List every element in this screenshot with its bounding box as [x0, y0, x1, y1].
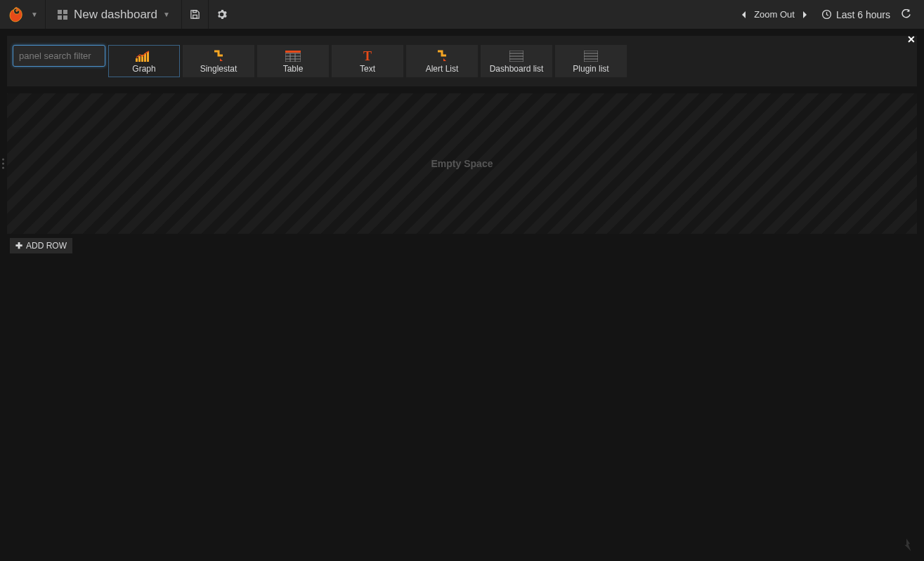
svg-rect-4 [193, 15, 197, 18]
panel-tile-label: Table [283, 64, 304, 74]
dashboard-title-button[interactable]: New dashboard ▼ [46, 0, 182, 29]
panel-tile-alert-list[interactable]: Alert List [406, 45, 478, 77]
gear-icon [216, 9, 227, 20]
list-icon [509, 49, 523, 63]
svg-rect-5 [193, 11, 197, 13]
panel-tile-list: GraphSinglestatTableTTextAlert ListDashb… [108, 45, 627, 77]
alert-icon [435, 49, 449, 63]
panel-tile-text[interactable]: TText [332, 45, 403, 77]
table-icon [285, 49, 301, 63]
dashboard-title: New dashboard [74, 8, 157, 22]
panel-tile-singlestat[interactable]: Singlestat [183, 45, 254, 77]
time-nav-group: Zoom Out [740, 9, 809, 20]
list-icon [584, 49, 598, 63]
svg-rect-11 [147, 52, 149, 62]
svg-rect-7 [136, 58, 138, 62]
panel-tile-label: Graph [132, 64, 155, 74]
save-button[interactable] [182, 0, 209, 29]
singlestat-icon [212, 49, 226, 63]
panel-tile-label: Dashboard list [490, 64, 544, 74]
zoom-out-button[interactable]: Zoom Out [754, 9, 795, 20]
svg-rect-1 [63, 10, 67, 14]
panel-picker-row: ✕ GraphSinglestatTableTTextAlert ListDas… [7, 36, 917, 86]
time-prev-button[interactable] [740, 11, 747, 19]
navbar-spacer [235, 0, 740, 29]
add-row-label: ADD ROW [26, 241, 67, 251]
dashboard-row-empty[interactable]: Empty Space [7, 93, 917, 234]
save-icon [190, 9, 200, 20]
refresh-button[interactable] [894, 0, 917, 29]
svg-rect-8 [138, 56, 141, 62]
panel-tile-graph[interactable]: Graph [108, 45, 180, 77]
svg-rect-12 [285, 51, 301, 53]
panel-tile-table[interactable]: Table [257, 45, 329, 77]
panel-tile-label: Singlestat [200, 64, 237, 74]
dashboard-grid-icon [57, 9, 68, 20]
refresh-icon [901, 9, 911, 20]
panel-search-input[interactable] [13, 45, 105, 67]
top-navbar: ▼ New dashboard ▼ [0, 0, 924, 29]
svg-text:T: T [363, 50, 372, 62]
footer-brand-icon [902, 539, 911, 551]
panel-tile-dashboard-list[interactable]: Dashboard list [481, 45, 552, 77]
add-row-button[interactable]: ✚ ADD ROW [10, 238, 72, 253]
time-next-button[interactable] [802, 11, 809, 19]
svg-rect-13 [285, 53, 301, 62]
navbar-right: Zoom Out Last 6 hours [740, 0, 924, 29]
close-picker-button[interactable]: ✕ [907, 34, 916, 44]
clock-icon [821, 9, 832, 20]
empty-space-label: Empty Space [431, 158, 493, 169]
time-range-button[interactable]: Last 6 hours [821, 9, 890, 20]
panel-tile-plugin-list[interactable]: Plugin list [555, 45, 627, 77]
svg-rect-0 [58, 10, 62, 14]
grafana-logo-icon [7, 6, 25, 24]
time-range-label: Last 6 hours [836, 9, 890, 20]
panel-tile-label: Text [360, 64, 375, 74]
panel-tile-label: Plugin list [573, 64, 609, 74]
row-handle[interactable] [2, 159, 4, 169]
brand-menu[interactable]: ▼ [0, 0, 46, 29]
svg-rect-2 [58, 15, 62, 20]
settings-button[interactable] [209, 0, 235, 29]
svg-rect-3 [63, 15, 67, 20]
plus-icon: ✚ [15, 241, 22, 251]
panel-tile-label: Alert List [426, 64, 459, 74]
caret-down-icon: ▼ [163, 11, 170, 18]
graph-icon [134, 49, 154, 63]
caret-down-icon: ▼ [31, 11, 38, 18]
text-icon: T [361, 49, 374, 63]
